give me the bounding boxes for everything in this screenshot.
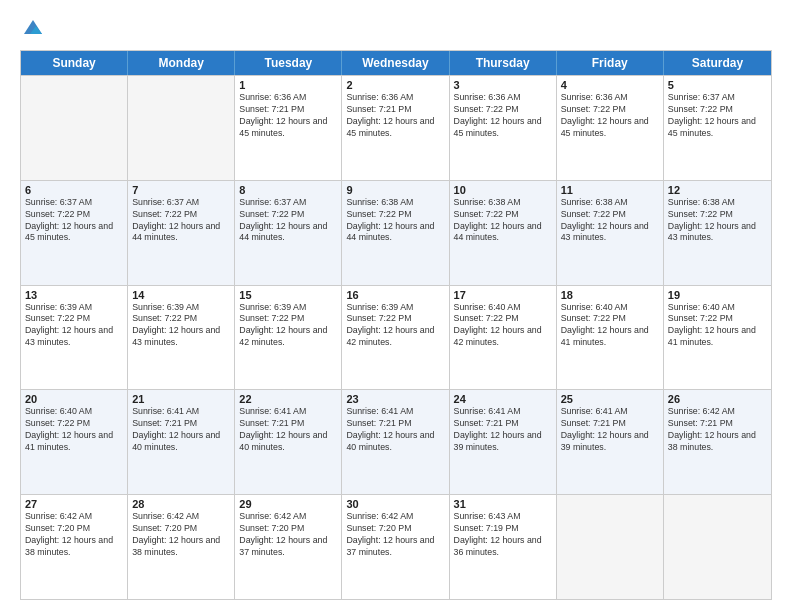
day-number: 4 (561, 79, 659, 91)
calendar-cell: 24Sunrise: 6:41 AM Sunset: 7:21 PM Dayli… (450, 390, 557, 494)
calendar-cell: 12Sunrise: 6:38 AM Sunset: 7:22 PM Dayli… (664, 181, 771, 285)
calendar-cell: 14Sunrise: 6:39 AM Sunset: 7:22 PM Dayli… (128, 286, 235, 390)
calendar-cell: 31Sunrise: 6:43 AM Sunset: 7:19 PM Dayli… (450, 495, 557, 599)
day-number: 15 (239, 289, 337, 301)
calendar-cell: 5Sunrise: 6:37 AM Sunset: 7:22 PM Daylig… (664, 76, 771, 180)
calendar-cell: 17Sunrise: 6:40 AM Sunset: 7:22 PM Dayli… (450, 286, 557, 390)
calendar-cell: 16Sunrise: 6:39 AM Sunset: 7:22 PM Dayli… (342, 286, 449, 390)
day-info: Sunrise: 6:39 AM Sunset: 7:22 PM Dayligh… (346, 302, 444, 350)
calendar-cell: 19Sunrise: 6:40 AM Sunset: 7:22 PM Dayli… (664, 286, 771, 390)
calendar-cell: 6Sunrise: 6:37 AM Sunset: 7:22 PM Daylig… (21, 181, 128, 285)
day-number: 14 (132, 289, 230, 301)
calendar-row: 1Sunrise: 6:36 AM Sunset: 7:21 PM Daylig… (21, 75, 771, 180)
logo-icon (22, 16, 44, 38)
calendar-cell (664, 495, 771, 599)
day-info: Sunrise: 6:40 AM Sunset: 7:22 PM Dayligh… (561, 302, 659, 350)
calendar-cell: 3Sunrise: 6:36 AM Sunset: 7:22 PM Daylig… (450, 76, 557, 180)
day-number: 2 (346, 79, 444, 91)
calendar-cell: 23Sunrise: 6:41 AM Sunset: 7:21 PM Dayli… (342, 390, 449, 494)
calendar-cell: 2Sunrise: 6:36 AM Sunset: 7:21 PM Daylig… (342, 76, 449, 180)
day-info: Sunrise: 6:39 AM Sunset: 7:22 PM Dayligh… (25, 302, 123, 350)
day-number: 23 (346, 393, 444, 405)
day-info: Sunrise: 6:36 AM Sunset: 7:22 PM Dayligh… (561, 92, 659, 140)
calendar-header: SundayMondayTuesdayWednesdayThursdayFrid… (21, 51, 771, 75)
calendar-cell (21, 76, 128, 180)
day-number: 26 (668, 393, 767, 405)
day-info: Sunrise: 6:37 AM Sunset: 7:22 PM Dayligh… (668, 92, 767, 140)
day-info: Sunrise: 6:39 AM Sunset: 7:22 PM Dayligh… (239, 302, 337, 350)
day-number: 28 (132, 498, 230, 510)
calendar: SundayMondayTuesdayWednesdayThursdayFrid… (20, 50, 772, 600)
day-info: Sunrise: 6:42 AM Sunset: 7:20 PM Dayligh… (346, 511, 444, 559)
calendar-cell: 9Sunrise: 6:38 AM Sunset: 7:22 PM Daylig… (342, 181, 449, 285)
calendar-cell: 4Sunrise: 6:36 AM Sunset: 7:22 PM Daylig… (557, 76, 664, 180)
day-info: Sunrise: 6:38 AM Sunset: 7:22 PM Dayligh… (346, 197, 444, 245)
header (20, 16, 772, 40)
day-info: Sunrise: 6:40 AM Sunset: 7:22 PM Dayligh… (454, 302, 552, 350)
calendar-cell: 11Sunrise: 6:38 AM Sunset: 7:22 PM Dayli… (557, 181, 664, 285)
day-info: Sunrise: 6:38 AM Sunset: 7:22 PM Dayligh… (668, 197, 767, 245)
calendar-cell: 25Sunrise: 6:41 AM Sunset: 7:21 PM Dayli… (557, 390, 664, 494)
calendar-cell: 20Sunrise: 6:40 AM Sunset: 7:22 PM Dayli… (21, 390, 128, 494)
day-number: 17 (454, 289, 552, 301)
weekday-header: Sunday (21, 51, 128, 75)
calendar-cell: 8Sunrise: 6:37 AM Sunset: 7:22 PM Daylig… (235, 181, 342, 285)
day-info: Sunrise: 6:42 AM Sunset: 7:20 PM Dayligh… (25, 511, 123, 559)
day-number: 31 (454, 498, 552, 510)
calendar-cell: 22Sunrise: 6:41 AM Sunset: 7:21 PM Dayli… (235, 390, 342, 494)
logo (20, 16, 44, 40)
calendar-cell: 26Sunrise: 6:42 AM Sunset: 7:21 PM Dayli… (664, 390, 771, 494)
calendar-body: 1Sunrise: 6:36 AM Sunset: 7:21 PM Daylig… (21, 75, 771, 599)
day-info: Sunrise: 6:42 AM Sunset: 7:21 PM Dayligh… (668, 406, 767, 454)
calendar-row: 13Sunrise: 6:39 AM Sunset: 7:22 PM Dayli… (21, 285, 771, 390)
calendar-cell: 30Sunrise: 6:42 AM Sunset: 7:20 PM Dayli… (342, 495, 449, 599)
day-number: 7 (132, 184, 230, 196)
day-info: Sunrise: 6:37 AM Sunset: 7:22 PM Dayligh… (239, 197, 337, 245)
weekday-header: Thursday (450, 51, 557, 75)
day-number: 27 (25, 498, 123, 510)
day-info: Sunrise: 6:41 AM Sunset: 7:21 PM Dayligh… (454, 406, 552, 454)
day-number: 29 (239, 498, 337, 510)
day-info: Sunrise: 6:42 AM Sunset: 7:20 PM Dayligh… (239, 511, 337, 559)
calendar-cell: 7Sunrise: 6:37 AM Sunset: 7:22 PM Daylig… (128, 181, 235, 285)
calendar-cell: 21Sunrise: 6:41 AM Sunset: 7:21 PM Dayli… (128, 390, 235, 494)
calendar-cell: 27Sunrise: 6:42 AM Sunset: 7:20 PM Dayli… (21, 495, 128, 599)
calendar-cell: 28Sunrise: 6:42 AM Sunset: 7:20 PM Dayli… (128, 495, 235, 599)
day-number: 21 (132, 393, 230, 405)
calendar-row: 20Sunrise: 6:40 AM Sunset: 7:22 PM Dayli… (21, 389, 771, 494)
day-info: Sunrise: 6:38 AM Sunset: 7:22 PM Dayligh… (561, 197, 659, 245)
calendar-cell: 18Sunrise: 6:40 AM Sunset: 7:22 PM Dayli… (557, 286, 664, 390)
day-info: Sunrise: 6:38 AM Sunset: 7:22 PM Dayligh… (454, 197, 552, 245)
day-number: 9 (346, 184, 444, 196)
day-number: 18 (561, 289, 659, 301)
day-number: 1 (239, 79, 337, 91)
day-info: Sunrise: 6:36 AM Sunset: 7:22 PM Dayligh… (454, 92, 552, 140)
calendar-cell: 10Sunrise: 6:38 AM Sunset: 7:22 PM Dayli… (450, 181, 557, 285)
calendar-cell: 1Sunrise: 6:36 AM Sunset: 7:21 PM Daylig… (235, 76, 342, 180)
day-number: 6 (25, 184, 123, 196)
calendar-row: 27Sunrise: 6:42 AM Sunset: 7:20 PM Dayli… (21, 494, 771, 599)
day-info: Sunrise: 6:40 AM Sunset: 7:22 PM Dayligh… (668, 302, 767, 350)
day-info: Sunrise: 6:41 AM Sunset: 7:21 PM Dayligh… (346, 406, 444, 454)
day-number: 16 (346, 289, 444, 301)
day-info: Sunrise: 6:36 AM Sunset: 7:21 PM Dayligh… (239, 92, 337, 140)
day-info: Sunrise: 6:40 AM Sunset: 7:22 PM Dayligh… (25, 406, 123, 454)
calendar-cell (128, 76, 235, 180)
day-number: 8 (239, 184, 337, 196)
day-number: 24 (454, 393, 552, 405)
day-number: 20 (25, 393, 123, 405)
calendar-cell (557, 495, 664, 599)
weekday-header: Friday (557, 51, 664, 75)
day-number: 25 (561, 393, 659, 405)
day-info: Sunrise: 6:41 AM Sunset: 7:21 PM Dayligh… (132, 406, 230, 454)
day-info: Sunrise: 6:41 AM Sunset: 7:21 PM Dayligh… (561, 406, 659, 454)
weekday-header: Monday (128, 51, 235, 75)
day-info: Sunrise: 6:41 AM Sunset: 7:21 PM Dayligh… (239, 406, 337, 454)
calendar-row: 6Sunrise: 6:37 AM Sunset: 7:22 PM Daylig… (21, 180, 771, 285)
page: SundayMondayTuesdayWednesdayThursdayFrid… (0, 0, 792, 612)
day-info: Sunrise: 6:43 AM Sunset: 7:19 PM Dayligh… (454, 511, 552, 559)
day-number: 5 (668, 79, 767, 91)
weekday-header: Wednesday (342, 51, 449, 75)
day-info: Sunrise: 6:37 AM Sunset: 7:22 PM Dayligh… (132, 197, 230, 245)
day-number: 22 (239, 393, 337, 405)
